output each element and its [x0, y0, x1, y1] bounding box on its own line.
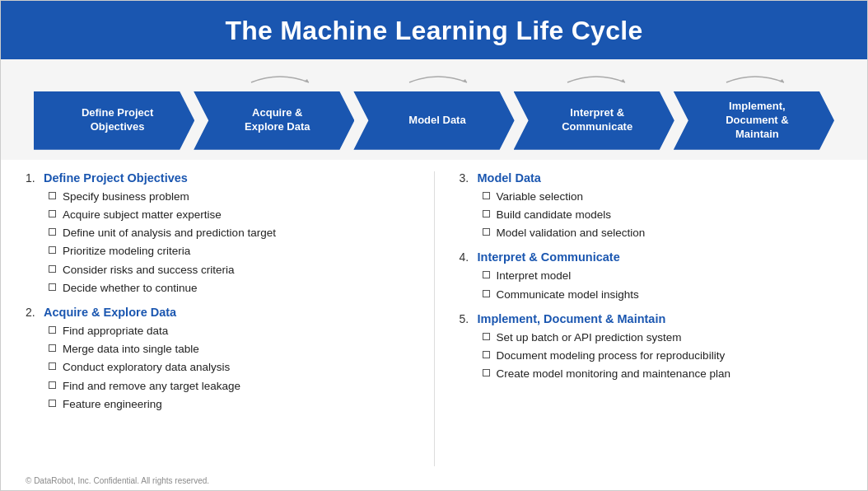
- section-3-title: Model Data: [478, 171, 541, 185]
- footer-text: © DataRobot, Inc. Confidential. All righ…: [26, 476, 209, 485]
- section-5-list: Set up batch or API prediction system Do…: [483, 329, 843, 384]
- section-5-title: Implement, Document & Maintain: [478, 312, 666, 325]
- list-item: Document modeling process for reproducib…: [483, 347, 843, 365]
- checkbox-icon: [49, 228, 56, 236]
- column-divider: [434, 171, 435, 466]
- arrow-implement: Implement,Document &Maintain: [674, 91, 834, 150]
- checkbox-icon: [483, 369, 490, 376]
- section-2-title: Acquire & Explore Data: [44, 306, 176, 319]
- list-item: Feature engineering: [49, 395, 409, 414]
- section-4-header: 4. Interpret & Communicate: [460, 250, 843, 264]
- curve-arrow-1: [247, 71, 313, 84]
- list-item: Set up batch or API prediction system: [483, 329, 843, 347]
- arrow-label-5: Implement,Document &Maintain: [726, 100, 789, 142]
- arrow-interpret: Interpret &Communicate: [514, 91, 674, 150]
- section-4-title: Interpret & Communicate: [478, 250, 620, 264]
- item-text: Document modeling process for reproducib…: [497, 348, 726, 363]
- section-4-list: Interpret model Communicate model insigh…: [483, 267, 843, 303]
- checkbox-icon: [483, 351, 490, 358]
- section-3-list: Variable selection Build candidate model…: [483, 188, 843, 243]
- arrow-model: Model Data: [353, 91, 514, 150]
- list-item: Model validation and selection: [483, 224, 843, 242]
- item-text: Feature engineering: [63, 397, 162, 412]
- right-column: 3. Model Data Variable selection Build c…: [460, 171, 843, 466]
- checkbox-icon: [483, 333, 490, 340]
- slide-header: The Machine Learning Life Cycle: [1, 1, 867, 59]
- list-item: Communicate model insights: [483, 286, 843, 304]
- arrow-label-4: Interpret &Communicate: [562, 106, 632, 134]
- section-5-header: 5. Implement, Document & Maintain: [460, 312, 843, 325]
- arrow-flow: Define ProjectObjectives Acquire &Explor…: [1, 59, 867, 160]
- list-item: Find and remove any target leakage: [49, 377, 409, 395]
- item-text: Decide whether to continue: [63, 281, 198, 296]
- list-item: Decide whether to continue: [49, 279, 409, 297]
- list-item: Consider risks and success criteria: [49, 261, 409, 279]
- footer: © DataRobot, Inc. Confidential. All righ…: [1, 473, 867, 490]
- item-text: Specify business problem: [63, 189, 189, 204]
- checkbox-icon: [49, 326, 56, 334]
- checkbox-icon: [483, 271, 490, 278]
- list-item: Create model monitoring and maintenance …: [483, 365, 843, 383]
- item-text: Conduct exploratory data analysis: [63, 360, 230, 375]
- slide: The Machine Learning Life Cycle: [0, 0, 868, 491]
- list-item: Build candidate models: [483, 206, 843, 224]
- item-text: Merge data into single table: [63, 342, 199, 357]
- section-1-list: Specify business problem Acquire subject…: [49, 188, 409, 297]
- section-4-num: 4.: [460, 250, 474, 264]
- item-text: Define unit of analysis and prediction t…: [63, 226, 276, 241]
- list-item: Merge data into single table: [49, 340, 409, 358]
- arrow-row: Define ProjectObjectives Acquire &Explor…: [34, 91, 834, 150]
- arrow-label-1: Define ProjectObjectives: [82, 106, 153, 134]
- section-1-num: 1.: [26, 171, 40, 185]
- list-item: Interpret model: [483, 267, 843, 285]
- section-1-header: 1. Define Project Objectives: [26, 171, 409, 185]
- item-text: Communicate model insights: [497, 288, 639, 302]
- item-text: Acquire subject matter expertise: [63, 208, 222, 222]
- item-text: Build candidate models: [497, 208, 612, 222]
- section-1-title: Define Project Objectives: [44, 171, 188, 185]
- checkbox-icon: [49, 381, 56, 389]
- list-item: Acquire subject matter expertise: [49, 206, 409, 224]
- checkbox-icon: [49, 283, 56, 291]
- list-item: Specify business problem: [49, 188, 409, 206]
- checkbox-icon: [49, 192, 56, 199]
- item-text: Set up batch or API prediction system: [497, 330, 682, 345]
- list-item: Find appropriate data: [49, 322, 409, 340]
- list-item: Prioritize modeling criteria: [49, 242, 409, 260]
- section-2-header: 2. Acquire & Explore Data: [26, 306, 409, 319]
- list-item: Variable selection: [483, 188, 843, 206]
- curved-arrows: [34, 71, 834, 88]
- checkbox-icon: [483, 290, 490, 297]
- left-column: 1. Define Project Objectives Specify bus…: [26, 171, 409, 466]
- checkbox-icon: [483, 210, 490, 217]
- item-text: Create model monitoring and maintenance …: [497, 367, 730, 381]
- checkbox-icon: [49, 400, 56, 407]
- item-text: Model validation and selection: [497, 226, 646, 241]
- arrow-define: Define ProjectObjectives: [34, 91, 194, 150]
- arrow-label-3: Model Data: [408, 114, 465, 128]
- checkbox-icon: [49, 210, 56, 217]
- item-text: Find appropriate data: [63, 324, 168, 339]
- section-2-num: 2.: [26, 306, 40, 319]
- section-2-list: Find appropriate data Merge data into si…: [49, 322, 409, 414]
- item-text: Interpret model: [497, 269, 572, 283]
- curve-arrow-4: [722, 71, 788, 84]
- slide-title: The Machine Learning Life Cycle: [225, 16, 642, 45]
- item-text: Prioritize modeling criteria: [63, 244, 190, 259]
- checkbox-icon: [49, 362, 56, 370]
- item-text: Find and remove any target leakage: [63, 379, 240, 394]
- section-3-num: 3.: [460, 171, 474, 185]
- section-3-header: 3. Model Data: [460, 171, 843, 185]
- item-text: Variable selection: [497, 189, 584, 204]
- curve-arrow-2: [405, 71, 471, 84]
- checkbox-icon: [483, 228, 490, 236]
- list-item: Define unit of analysis and prediction t…: [49, 224, 409, 242]
- checkbox-icon: [49, 265, 56, 273]
- section-5-num: 5.: [460, 312, 474, 325]
- item-text: Consider risks and success criteria: [63, 263, 235, 278]
- arrow-acquire: Acquire &Explore Data: [194, 91, 354, 150]
- arrow-label-2: Acquire &Explore Data: [245, 106, 310, 134]
- checkbox-icon: [49, 246, 56, 254]
- checkbox-icon: [49, 344, 56, 352]
- checkbox-icon: [483, 192, 490, 199]
